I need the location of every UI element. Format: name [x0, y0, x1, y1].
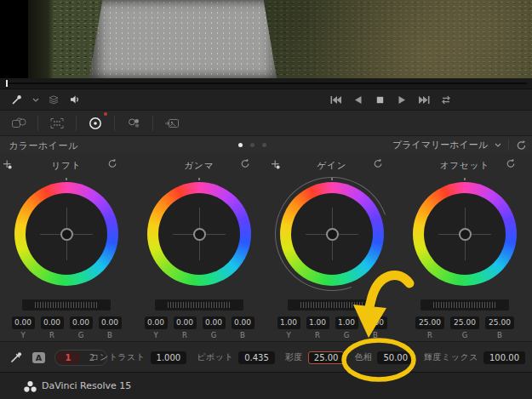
window-tool-button[interactable] [38, 117, 76, 129]
gamma-color-wheel[interactable] [147, 182, 251, 286]
chevron-down-icon[interactable] [31, 93, 39, 106]
value-box[interactable]: 1.00 [364, 316, 387, 329]
saturation-value[interactable]: 25.00 [308, 351, 345, 364]
offset-wheel-indicator[interactable] [459, 228, 472, 241]
jump-end-button[interactable] [417, 93, 431, 106]
page-indicator[interactable] [238, 143, 266, 147]
speaker-icon[interactable] [68, 93, 82, 106]
eyedropper-icon[interactable] [10, 93, 24, 106]
value-box[interactable]: 0.00 [174, 316, 197, 329]
value-box[interactable]: 25.00 [415, 316, 444, 329]
pivot-field: ピボット 0.435 [197, 351, 275, 364]
value-box[interactable]: 25.00 [450, 316, 479, 329]
wheel-page-1-button[interactable]: 1 [56, 351, 80, 364]
value-box[interactable]: 0.00 [12, 316, 35, 329]
channel-label: B [99, 331, 122, 339]
header-divider [508, 139, 509, 151]
channel-label: Y [277, 331, 300, 339]
offset-color-wheel[interactable] [413, 182, 517, 286]
playhead-marker[interactable] [6, 80, 8, 87]
channel-label: G [70, 331, 93, 339]
channel-label: B [364, 331, 387, 339]
blend-tool-button[interactable] [115, 117, 152, 129]
scrubber-track[interactable] [5, 83, 527, 84]
davinci-resolve-window: カラーホイール プライマリーホイール リフト [0, 0, 532, 399]
lift-master-wheel[interactable] [22, 299, 111, 311]
contrast-field: コントラスト 1.000 [90, 351, 186, 364]
app-bar: DaVinci Resolve 15 [0, 372, 532, 399]
hue-value[interactable]: 50.00 [377, 351, 414, 364]
contrast-value[interactable]: 1.000 [151, 351, 187, 364]
value-box[interactable]: 25.00 [485, 316, 514, 329]
camera-tracker-tool-button[interactable] [0, 117, 37, 129]
value-box[interactable]: 1.00 [306, 316, 329, 329]
contrast-label: コントラスト [90, 351, 145, 363]
value-box[interactable]: 0.00 [145, 316, 168, 329]
channel-label: G [335, 331, 358, 339]
pivot-value[interactable]: 0.435 [238, 351, 275, 364]
value-box[interactable]: 0.00 [41, 316, 64, 329]
gain-master-wheel[interactable] [288, 299, 376, 311]
value-box[interactable]: 1.00 [277, 316, 300, 329]
chevron-down-icon[interactable] [495, 143, 501, 147]
offset-reset-icon[interactable] [506, 158, 516, 168]
timeline-scrubber[interactable] [0, 78, 532, 89]
play-reverse-button[interactable] [351, 93, 364, 106]
color-wheel-tool-button-active[interactable] [77, 116, 114, 131]
color-wheels-panel: リフト 0.00 0.00 0.00 0.00 Y R G [0, 153, 532, 341]
value-box[interactable]: 0.00 [99, 316, 122, 329]
value-box[interactable]: 0.00 [232, 316, 255, 329]
channel-label: R [415, 331, 444, 339]
panel-header-right: プライマリーホイール [392, 136, 527, 153]
gain-wheel-indicator[interactable] [326, 228, 339, 241]
offset-master-wheel[interactable] [420, 299, 509, 311]
value-box[interactable]: 1.00 [335, 316, 358, 329]
adjustment-fields: コントラスト 1.000 ピボット 0.435 彩度 25.00 色相 50.0… [90, 342, 525, 373]
panel-header: カラーホイール プライマリーホイール [0, 136, 532, 154]
lift-color-wheel[interactable] [14, 182, 118, 286]
gamma-wheel-column: ガンマ 0.00 0.00 0.00 0.00 Y R G [133, 153, 266, 341]
gamma-wheel-indicator[interactable] [193, 228, 206, 241]
stop-button[interactable] [373, 93, 386, 106]
page-dot-active[interactable] [238, 143, 243, 147]
wheel-mode-dropdown[interactable]: プライマリーホイール [392, 139, 488, 151]
transport-controls [329, 89, 453, 110]
channel-label: R [306, 331, 329, 339]
video-left-shadow [28, 0, 54, 78]
adjustments-bar: A 1 2 コントラスト 1.000 ピボット 0.435 彩度 25.00 色… [0, 341, 532, 373]
offset-wheel-column: オフセット 25.00 25.00 25.00 R G B [398, 153, 531, 341]
video-preview [28, 0, 532, 78]
value-box[interactable]: 0.00 [70, 316, 93, 329]
gamma-values: 0.00 0.00 0.00 0.00 [133, 316, 266, 329]
viewer-area [0, 0, 532, 78]
page-dot[interactable] [262, 143, 266, 147]
value-box[interactable]: 0.00 [203, 316, 226, 329]
lift-reset-icon[interactable] [107, 158, 117, 168]
lift-values: 0.00 0.00 0.00 0.00 [0, 316, 133, 329]
hue-field: 色相 50.00 [354, 351, 414, 364]
play-forward-button[interactable] [395, 93, 409, 106]
jump-start-button[interactable] [329, 93, 342, 106]
saturation-field: 彩度 25.00 [285, 351, 345, 364]
layers-icon[interactable] [47, 93, 60, 106]
gamma-master-wheel[interactable] [155, 299, 243, 311]
color-picker-icon[interactable] [10, 351, 23, 363]
auto-balance-button[interactable]: A [32, 352, 45, 363]
panel-title: カラーホイール [9, 140, 78, 152]
gain-reset-icon[interactable] [373, 158, 383, 168]
loop-button[interactable] [439, 93, 453, 106]
lift-wheel-indicator[interactable] [60, 228, 73, 241]
gamma-reset-icon[interactable] [240, 158, 250, 168]
gain-color-wheel[interactable] [280, 182, 384, 286]
channel-label: Y [12, 331, 35, 339]
video-stone-subject [89, 0, 277, 78]
channel-label: G [450, 331, 479, 339]
luma-mix-value[interactable]: 100.00 [483, 351, 525, 364]
channel-label: Y [145, 331, 168, 339]
stills-tool-button[interactable] [153, 117, 191, 129]
page-dot[interactable] [250, 143, 255, 147]
saturation-label: 彩度 [285, 351, 303, 363]
channel-label: R [41, 331, 64, 339]
panel-reset-icon[interactable] [516, 140, 527, 151]
viewer-toolbar [0, 89, 532, 111]
